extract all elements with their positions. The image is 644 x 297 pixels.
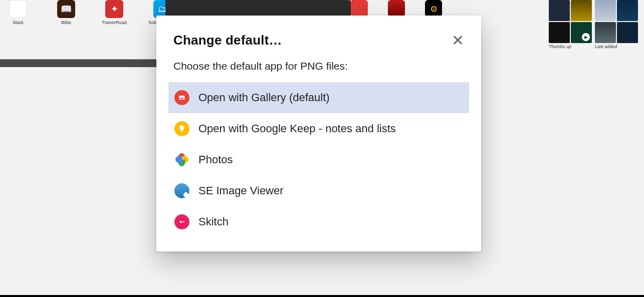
bible-icon: 📖: [57, 0, 75, 18]
trainerroad-icon: ✦: [105, 0, 123, 18]
app-label: Slack: [4, 20, 32, 25]
screenshot-bottom-border: [0, 295, 644, 297]
option-gallery[interactable]: Open with Gallery (default): [168, 82, 469, 113]
app-label: Bible: [52, 20, 80, 25]
desktop-app-row: ✱ Slack 📖 Bible ✦ TrainerRoad 🗂 Solid Ex…: [0, 0, 180, 25]
se-image-viewer-icon: [174, 183, 189, 198]
dialog-title: Change default…: [173, 33, 282, 48]
dialog-subtitle: Choose the default app for PNG files:: [156, 53, 481, 82]
game-icon-fighter[interactable]: [388, 0, 405, 17]
background-sliver: [0, 59, 165, 67]
game-icon-red[interactable]: ?: [351, 0, 368, 17]
close-icon[interactable]: ✕: [452, 33, 464, 48]
app-label: TrainerRoad: [100, 20, 128, 25]
background-dark-strip: [165, 0, 351, 16]
desktop-app-trainerroad[interactable]: ✦ TrainerRoad: [100, 0, 128, 25]
album-tile: [617, 0, 638, 21]
album-tile: [571, 0, 592, 21]
svg-rect-0: [179, 96, 185, 100]
slack-icon: ✱: [9, 0, 27, 18]
photos-icon: [174, 152, 189, 167]
album-tile: [595, 0, 616, 21]
album-caption: Thumbs up: [549, 44, 592, 49]
option-label: Open with Google Keep - notes and lists: [198, 122, 396, 135]
game-icon-mk[interactable]: ⊙: [425, 0, 442, 17]
album-tile: [617, 22, 638, 43]
gallery-icon: [174, 90, 189, 105]
album-thumbnails: ▶ Thumbs up Last added: [549, 0, 644, 49]
album-tile: [549, 0, 570, 21]
album-tile: [595, 22, 616, 43]
keep-icon: [174, 121, 189, 136]
option-label: Skitch: [198, 215, 229, 228]
album-last-added[interactable]: Last added: [595, 0, 638, 49]
desktop-app-slack[interactable]: ✱ Slack: [4, 0, 32, 25]
album-caption: Last added: [595, 44, 638, 49]
option-label: Open with Gallery (default): [198, 91, 330, 104]
play-icon: ▶: [582, 33, 590, 41]
option-label: SE Image Viewer: [198, 184, 284, 197]
album-thumbs-up[interactable]: ▶ Thumbs up: [549, 0, 592, 49]
background-game-icons: ? ⊙: [351, 0, 442, 17]
desktop-app-bible[interactable]: 📖 Bible: [52, 0, 80, 25]
option-skitch[interactable]: Skitch: [168, 206, 469, 237]
change-default-dialog: Change default… ✕ Choose the default app…: [156, 16, 481, 251]
skitch-icon: [174, 214, 189, 229]
option-google-keep[interactable]: Open with Google Keep - notes and lists: [168, 113, 469, 144]
option-label: Photos: [198, 153, 233, 166]
option-se-image-viewer[interactable]: SE Image Viewer: [168, 175, 469, 206]
option-photos[interactable]: Photos: [168, 144, 469, 175]
album-tile: [549, 22, 570, 43]
album-tile: ▶: [571, 22, 592, 43]
app-option-list: Open with Gallery (default) Open with Go…: [156, 82, 481, 237]
